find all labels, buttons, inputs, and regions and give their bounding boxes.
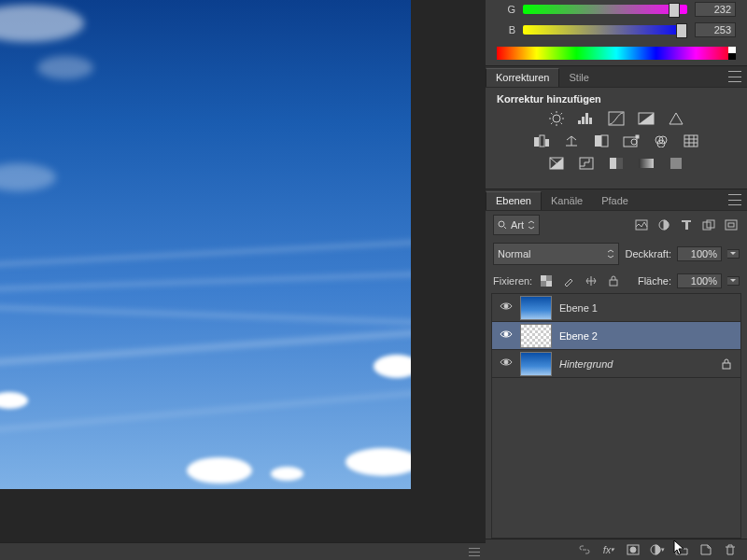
layers-list[interactable]: Ebene 1Ebene 2Hintergrund xyxy=(491,293,741,539)
svg-rect-4 xyxy=(589,118,592,124)
svg-rect-3 xyxy=(585,113,588,124)
photo-filter-icon[interactable] xyxy=(621,133,641,149)
slider-knob[interactable] xyxy=(669,3,680,18)
layer-thumbnail[interactable] xyxy=(520,296,552,320)
group-icon[interactable] xyxy=(674,542,689,557)
color-g-slider[interactable] xyxy=(523,5,687,14)
opacity-input[interactable]: 100% xyxy=(677,246,722,261)
color-b-label: B xyxy=(497,24,523,35)
svg-rect-31 xyxy=(728,223,734,227)
layer-filter-label: Art xyxy=(511,219,524,231)
layer-fx-icon[interactable]: fx▾ xyxy=(601,542,616,557)
tab-kanale[interactable]: Kanäle xyxy=(542,192,592,210)
color-b-slider[interactable] xyxy=(523,25,687,35)
svg-rect-30 xyxy=(726,220,737,230)
layer-row[interactable]: Ebene 2 xyxy=(492,322,740,350)
hue-saturation-icon[interactable] xyxy=(531,133,552,149)
svg-rect-5 xyxy=(609,112,624,125)
gradient-map-icon[interactable] xyxy=(636,155,656,172)
layers-panel-header: Ebenen Kanäle Pfade xyxy=(486,189,747,211)
layer-name[interactable]: Hintergrund xyxy=(559,358,714,370)
posterize-icon[interactable] xyxy=(576,155,597,172)
layer-thumbnail[interactable] xyxy=(520,352,552,376)
opacity-label: Deckkraft: xyxy=(625,248,671,259)
visibility-icon[interactable] xyxy=(500,329,513,343)
svg-point-36 xyxy=(504,304,508,308)
svg-rect-1 xyxy=(578,120,581,124)
svg-point-13 xyxy=(631,139,637,145)
layer-row[interactable]: Ebene 1 xyxy=(492,294,740,322)
selective-color-icon[interactable] xyxy=(666,155,686,172)
vibrance-icon[interactable] xyxy=(666,110,686,127)
filter-smartobject-icon[interactable] xyxy=(723,217,740,233)
color-panel: G 232 B 253 xyxy=(486,0,747,65)
canvas-cloud xyxy=(0,163,56,191)
lock-icon xyxy=(722,358,733,370)
channel-mixer-icon[interactable] xyxy=(651,133,671,149)
svg-point-38 xyxy=(504,360,508,364)
color-lookup-icon[interactable] xyxy=(681,133,701,149)
trash-icon[interactable] xyxy=(723,542,738,557)
link-layers-icon[interactable] xyxy=(577,542,592,557)
svg-point-16 xyxy=(659,136,667,144)
svg-rect-6 xyxy=(639,113,654,124)
svg-rect-39 xyxy=(723,363,730,369)
tab-pfade[interactable]: Pfade xyxy=(592,192,638,210)
levels-icon[interactable] xyxy=(576,110,597,127)
layer-mask-icon[interactable] xyxy=(626,542,641,557)
svg-rect-40 xyxy=(627,545,639,554)
svg-rect-12 xyxy=(624,137,637,147)
canvas-cloud xyxy=(37,56,93,79)
svg-rect-11 xyxy=(601,135,608,147)
adjustments-title: Korrektur hinzufügen xyxy=(497,93,736,105)
statusbar-menu-icon[interactable] xyxy=(469,546,480,557)
fill-input[interactable]: 100% xyxy=(677,273,722,288)
color-g-label: G xyxy=(497,4,523,15)
exposure-icon[interactable] xyxy=(636,110,656,127)
color-g-value[interactable]: 232 xyxy=(695,2,736,17)
fill-label: Fläche: xyxy=(638,275,671,287)
brightness-contrast-icon[interactable] xyxy=(546,110,567,127)
color-b-value[interactable]: 253 xyxy=(695,22,736,37)
filter-pixel-icon[interactable] xyxy=(633,217,650,233)
blend-mode-select[interactable]: Normal xyxy=(493,243,619,265)
opacity-stepper[interactable] xyxy=(727,249,740,259)
layer-filter-select[interactable]: Art xyxy=(493,215,540,235)
svg-rect-19 xyxy=(550,158,563,169)
svg-point-27 xyxy=(659,220,669,230)
svg-rect-29 xyxy=(707,220,714,228)
curves-icon[interactable] xyxy=(606,110,627,127)
tab-korrekturen[interactable]: Korrekturen xyxy=(486,68,559,87)
threshold-icon[interactable] xyxy=(606,155,627,172)
svg-rect-7 xyxy=(534,137,539,147)
adjustment-layer-icon[interactable]: ▾ xyxy=(650,542,665,557)
tab-ebenen[interactable]: Ebenen xyxy=(486,191,542,210)
layer-name[interactable]: Ebene 1 xyxy=(559,302,733,314)
layer-thumbnail[interactable] xyxy=(520,324,552,348)
lock-transparency-icon[interactable] xyxy=(538,273,555,289)
black-white-icon[interactable] xyxy=(591,133,612,149)
svg-rect-22 xyxy=(616,158,623,169)
fill-stepper[interactable] xyxy=(727,276,740,286)
slider-knob[interactable] xyxy=(676,23,687,38)
layer-row[interactable]: Hintergrund xyxy=(492,350,740,378)
canvas[interactable] xyxy=(0,0,411,489)
visibility-icon[interactable] xyxy=(500,357,513,371)
lock-position-icon[interactable] xyxy=(583,273,599,289)
visibility-icon[interactable] xyxy=(500,301,513,315)
lock-all-icon[interactable] xyxy=(605,273,622,289)
invert-icon[interactable] xyxy=(546,155,567,172)
svg-point-17 xyxy=(657,140,665,147)
filter-adjustment-icon[interactable] xyxy=(655,217,672,233)
color-spectrum[interactable] xyxy=(497,47,736,60)
panel-menu-icon[interactable] xyxy=(728,71,741,82)
layer-name[interactable]: Ebene 2 xyxy=(559,330,733,342)
filter-type-icon[interactable] xyxy=(678,217,695,233)
color-balance-icon[interactable] xyxy=(561,133,582,149)
filter-shape-icon[interactable] xyxy=(700,217,717,233)
lock-paint-icon[interactable] xyxy=(560,273,577,289)
panel-menu-icon[interactable] xyxy=(728,194,741,205)
svg-rect-35 xyxy=(610,280,617,286)
tab-stile[interactable]: Stile xyxy=(559,69,598,87)
new-layer-icon[interactable] xyxy=(698,542,713,557)
